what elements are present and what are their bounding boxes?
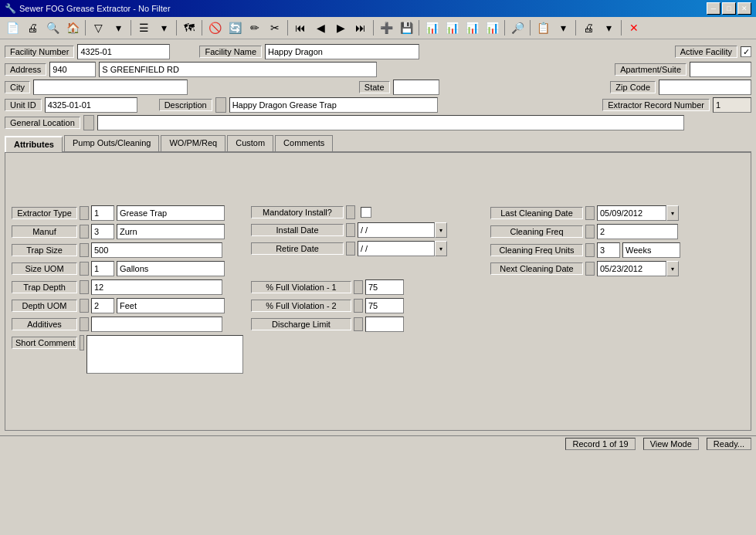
- trap-size-input[interactable]: [91, 242, 222, 258]
- next-cleaning-input[interactable]: [597, 261, 666, 276]
- mandatory-install-checkbox[interactable]: [361, 207, 371, 218]
- facility-name-label: Facility Name: [199, 46, 262, 58]
- sep4: [202, 20, 202, 36]
- edit-button[interactable]: ✏: [246, 19, 264, 37]
- city-input[interactable]: [33, 80, 188, 95]
- next-cleaning-dropdown[interactable]: ▾: [597, 261, 679, 276]
- next-record-button[interactable]: ▶: [331, 19, 350, 37]
- tab-wo-pm-req[interactable]: WO/PM/Req: [161, 135, 225, 151]
- state-input[interactable]: [393, 80, 439, 95]
- zip-input[interactable]: [659, 80, 751, 95]
- facility-row-1: Facility Number Facility Name Active Fac…: [5, 44, 751, 59]
- unit-id-label: Unit ID: [5, 99, 42, 111]
- description-input[interactable]: [229, 97, 438, 113]
- report1-button[interactable]: 📊: [422, 19, 441, 37]
- install-date-input[interactable]: [358, 222, 435, 238]
- facility-name-input[interactable]: [265, 44, 419, 59]
- last-cleaning-arrow[interactable]: ▾: [666, 205, 679, 221]
- print2-dropdown[interactable]: ▾: [599, 19, 618, 37]
- close-button[interactable]: ✕: [737, 2, 751, 15]
- title-bar: 🔧 Sewer FOG Grease Extractor - No Filter…: [0, 0, 756, 17]
- manuf-id-input[interactable]: [91, 224, 114, 239]
- sep11: [621, 20, 622, 36]
- cleaning-freq-units-input[interactable]: [622, 242, 680, 258]
- stop-button[interactable]: 🚫: [205, 19, 224, 37]
- mandatory-install-marker: [346, 205, 355, 219]
- address-row: Address Apartment/Suite: [5, 62, 751, 77]
- first-record-button[interactable]: ⏮: [291, 19, 310, 37]
- export-dropdown[interactable]: ▾: [554, 19, 572, 37]
- short-comment-input[interactable]: [86, 335, 243, 374]
- address-label: Address: [5, 63, 46, 76]
- map-button[interactable]: 🗺: [180, 19, 198, 37]
- pct-full-1-input[interactable]: [365, 279, 404, 295]
- sep1: [85, 20, 86, 36]
- retire-date-dropdown[interactable]: ▾: [358, 241, 447, 256]
- close2-button[interactable]: ✕: [625, 19, 643, 37]
- size-uom-input[interactable]: [117, 261, 225, 276]
- last-cleaning-input[interactable]: [597, 205, 666, 221]
- cleaning-freq-units-id-input[interactable]: [597, 242, 620, 258]
- prev-record-button[interactable]: ◀: [311, 19, 330, 37]
- depth-uom-input[interactable]: [117, 298, 225, 313]
- extractor-type-id-input[interactable]: [91, 205, 114, 221]
- manuf-input[interactable]: [117, 224, 225, 239]
- address-street-input[interactable]: [99, 62, 377, 77]
- last-cleaning-dropdown[interactable]: ▾: [597, 205, 679, 221]
- city-label: City: [5, 81, 30, 93]
- tab-custom[interactable]: Custom: [227, 135, 273, 151]
- depth-uom-id-input[interactable]: [91, 298, 114, 313]
- filter-dropdown[interactable]: ▾: [109, 19, 127, 37]
- tab-comments[interactable]: Comments: [275, 135, 333, 151]
- sep8: [504, 20, 505, 36]
- last-record-button[interactable]: ⏭: [351, 19, 370, 37]
- discharge-limit-input[interactable]: [365, 317, 404, 332]
- general-location-label: General Location: [5, 117, 80, 129]
- zip-label: Zip Code: [610, 81, 656, 93]
- new-button[interactable]: 📄: [3, 19, 22, 37]
- last-cleaning-row: Last Cleaning Date ▾: [490, 205, 722, 221]
- next-cleaning-arrow[interactable]: ▾: [666, 261, 679, 276]
- retire-date-arrow[interactable]: ▾: [435, 241, 447, 256]
- size-uom-id-input[interactable]: [91, 261, 114, 276]
- report3-button[interactable]: 📊: [463, 19, 481, 37]
- save-button[interactable]: 💾: [397, 19, 415, 37]
- install-date-dropdown[interactable]: ▾: [358, 222, 447, 238]
- extractor-type-input[interactable]: [117, 205, 225, 221]
- list-dropdown[interactable]: ▾: [154, 19, 173, 37]
- refresh-button[interactable]: 🔄: [225, 19, 244, 37]
- additives-input[interactable]: [91, 317, 222, 332]
- apartment-input[interactable]: [690, 62, 751, 77]
- tab-attributes[interactable]: Attributes: [5, 136, 63, 152]
- general-location-input[interactable]: [97, 115, 684, 130]
- active-facility-checkbox[interactable]: ✓: [741, 46, 751, 57]
- cut-button[interactable]: ✂: [266, 19, 284, 37]
- search-button[interactable]: 🔍: [43, 19, 62, 37]
- print2-button[interactable]: 🖨: [579, 19, 598, 37]
- unit-id-input[interactable]: [45, 97, 137, 113]
- print-button[interactable]: 🖨: [23, 19, 42, 37]
- trap-depth-input[interactable]: [91, 279, 222, 295]
- trap-size-row: Trap Size: [12, 242, 243, 258]
- window-controls[interactable]: ─ □ ✕: [707, 2, 751, 15]
- facility-number-input[interactable]: [77, 44, 170, 59]
- address-number-input[interactable]: [49, 62, 96, 77]
- report2-button[interactable]: 📊: [442, 19, 461, 37]
- export-button[interactable]: 📋: [534, 19, 552, 37]
- add-record-button[interactable]: ➕: [377, 19, 395, 37]
- list-button[interactable]: ☰: [134, 19, 153, 37]
- maximize-button[interactable]: □: [722, 2, 736, 15]
- minimize-button[interactable]: ─: [707, 2, 720, 15]
- pct-full-2-input[interactable]: [365, 298, 404, 313]
- report4-button[interactable]: 📊: [483, 19, 501, 37]
- install-date-arrow[interactable]: ▾: [435, 222, 447, 238]
- home-button[interactable]: 🏠: [63, 19, 82, 37]
- zoom-button[interactable]: 🔎: [508, 19, 527, 37]
- discharge-limit-label: Discharge Limit: [251, 318, 351, 330]
- cleaning-freq-input[interactable]: [597, 224, 678, 239]
- tab-pump-outs[interactable]: Pump Outs/Cleaning: [64, 135, 160, 151]
- extractor-record-input: [713, 97, 751, 113]
- sep5: [287, 20, 288, 36]
- filter-button[interactable]: ▽: [89, 19, 107, 37]
- retire-date-input[interactable]: [358, 241, 435, 256]
